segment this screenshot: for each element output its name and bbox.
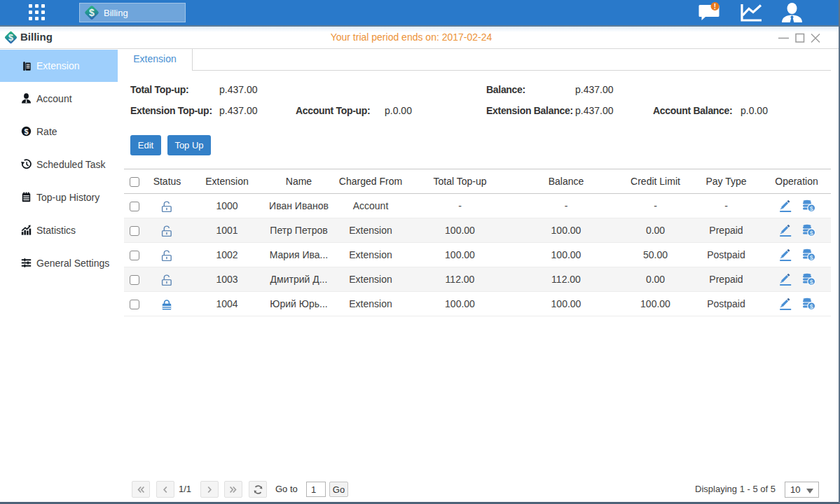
svg-text:$: $ (809, 254, 813, 261)
svg-text:$: $ (89, 7, 95, 18)
svg-text:$: $ (24, 127, 28, 136)
svg-text:!: ! (714, 3, 716, 10)
svg-text:$: $ (809, 279, 813, 286)
svg-text:$: $ (809, 205, 813, 212)
svg-text:$: $ (809, 230, 813, 237)
svg-text:$: $ (809, 303, 813, 310)
